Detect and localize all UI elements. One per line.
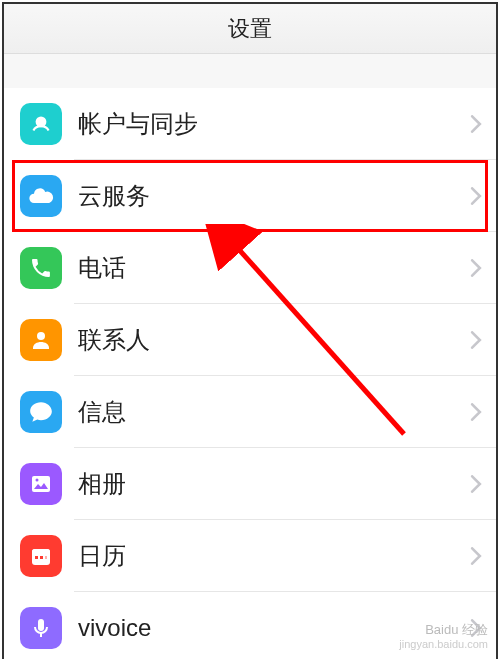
chevron-right-icon (470, 115, 482, 133)
message-icon (20, 391, 62, 433)
phone-icon (20, 247, 62, 289)
watermark-url: jingyan.baidu.com (399, 638, 488, 651)
watermark-brand: Baidu 经验 (399, 622, 488, 638)
account-sync-icon (20, 103, 62, 145)
chevron-right-icon (470, 187, 482, 205)
svg-rect-9 (38, 619, 44, 631)
header-bar: 设置 (4, 4, 496, 54)
row-phone[interactable]: 电话 (4, 232, 496, 304)
row-calendar[interactable]: 日历 (4, 520, 496, 592)
chevron-right-icon (470, 403, 482, 421)
section-spacer (4, 54, 496, 88)
gallery-icon (20, 463, 62, 505)
settings-list: 帐户与同步 云服务 电话 联系人 (4, 88, 496, 661)
chevron-right-icon (470, 475, 482, 493)
contacts-icon (20, 319, 62, 361)
row-label: 信息 (78, 396, 470, 428)
row-label: 相册 (78, 468, 470, 500)
watermark: Baidu 经验 jingyan.baidu.com (399, 622, 488, 651)
calendar-icon (20, 535, 62, 577)
row-label: 帐户与同步 (78, 108, 470, 140)
svg-rect-8 (45, 556, 47, 559)
row-label: 电话 (78, 252, 470, 284)
svg-point-3 (36, 479, 39, 482)
svg-rect-6 (35, 556, 38, 559)
row-label: 联系人 (78, 324, 470, 356)
chevron-right-icon (470, 331, 482, 349)
mic-icon (20, 607, 62, 649)
svg-rect-7 (40, 556, 43, 559)
svg-point-1 (37, 332, 45, 340)
page-title: 设置 (228, 14, 272, 44)
row-label: 日历 (78, 540, 470, 572)
row-contacts[interactable]: 联系人 (4, 304, 496, 376)
row-cloud-service[interactable]: 云服务 (4, 160, 496, 232)
row-messages[interactable]: 信息 (4, 376, 496, 448)
row-account-sync[interactable]: 帐户与同步 (4, 88, 496, 160)
svg-rect-2 (32, 476, 50, 492)
cloud-icon (20, 175, 62, 217)
svg-rect-5 (32, 549, 50, 554)
chevron-right-icon (470, 259, 482, 277)
row-label: 云服务 (78, 180, 470, 212)
row-gallery[interactable]: 相册 (4, 448, 496, 520)
chevron-right-icon (470, 547, 482, 565)
